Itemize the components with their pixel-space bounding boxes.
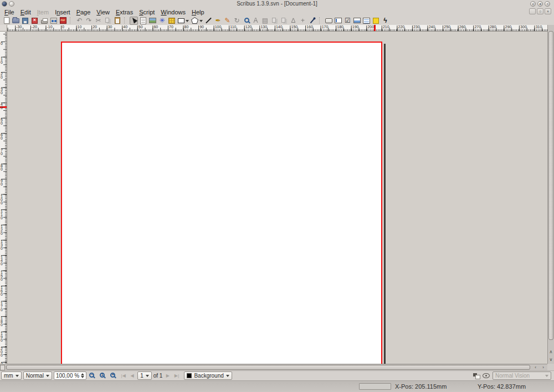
pdf-check-box-icon: ☑ xyxy=(343,17,352,25)
vision-selector: Normal Vision xyxy=(493,372,551,380)
chevron-down-icon[interactable] xyxy=(199,20,203,24)
link-text-frames-icon xyxy=(270,17,279,25)
insert-line-icon xyxy=(206,18,212,24)
preview-eye-icon[interactable] xyxy=(483,373,490,378)
scrollbar-corner xyxy=(547,364,554,370)
insert-render-frame-icon[interactable]: ✳ xyxy=(158,17,166,25)
insert-polygon-icon[interactable] xyxy=(191,17,199,25)
menu-insert[interactable]: Insert xyxy=(53,9,75,16)
menu-view[interactable]: View xyxy=(95,9,114,16)
insert-table-icon xyxy=(168,18,175,24)
statusbar-right-group: Normal Vision xyxy=(473,372,553,380)
mdi-minimize-icon[interactable] xyxy=(529,8,536,14)
horizontal-scrollbar[interactable]: ‹ › xyxy=(0,364,547,370)
zoom-level-input[interactable]: 100,00 % xyxy=(54,372,86,380)
ruler-label: 2 0 xyxy=(1,73,3,79)
eye-dropper-icon xyxy=(310,18,315,23)
layer-selector[interactable]: Background xyxy=(184,372,232,380)
menu-windows[interactable]: Windows xyxy=(159,9,190,16)
ruler-label: 140 xyxy=(276,25,283,29)
close-document-icon[interactable] xyxy=(30,17,39,25)
menu-extras[interactable]: Extras xyxy=(114,9,137,16)
horizontal-ruler[interactable]: -30-20-100102030405060708090100110120130… xyxy=(7,25,547,32)
redo-icon: ↷ xyxy=(85,17,93,25)
open-document-icon[interactable] xyxy=(12,17,20,25)
pdf-text-annotation-icon[interactable] xyxy=(372,17,380,25)
horizontal-scrollbar-thumb[interactable] xyxy=(6,365,530,370)
toolbar-separator xyxy=(319,17,322,24)
paste-icon[interactable] xyxy=(113,17,121,25)
unit-value: mm xyxy=(4,373,13,379)
zoom-100-button[interactable]: 1 xyxy=(99,372,107,380)
unit-selector[interactable]: mm xyxy=(1,372,22,380)
layer-indicator-icon[interactable] xyxy=(473,373,480,379)
ruler-label: 5 0 xyxy=(1,118,3,125)
pdf-text-field-icon[interactable] xyxy=(334,17,342,25)
pdf-check-box-icon[interactable]: ☑ xyxy=(343,17,352,25)
pdf-link-annotation-icon: ϟ xyxy=(381,17,389,25)
scroll-left-icon[interactable]: ‹ xyxy=(532,364,539,370)
insert-text-frame-icon[interactable] xyxy=(139,17,147,25)
scroll-down-icon[interactable]: ∨ xyxy=(548,355,554,363)
ruler-label: 10 xyxy=(78,25,82,29)
zoom-out-button[interactable]: − xyxy=(88,372,97,380)
select-item-icon[interactable] xyxy=(130,17,138,25)
menu-page[interactable]: Page xyxy=(75,9,95,16)
ruler-label: 80 xyxy=(184,25,189,29)
scroll-right-icon[interactable]: › xyxy=(540,364,547,370)
zoom-in-button[interactable]: + xyxy=(109,372,118,380)
insert-line-icon[interactable] xyxy=(204,17,213,25)
zoom-tool-icon[interactable] xyxy=(242,17,250,25)
toolbar: ↶↷✂✳✒✎↻A▤∆+☑ϟ xyxy=(0,16,554,25)
quality-value: Normal xyxy=(26,373,44,379)
quality-selector[interactable]: Normal xyxy=(23,372,52,380)
pdf-link-annotation-icon[interactable]: ϟ xyxy=(381,17,389,25)
ruler-label: 190 xyxy=(352,25,359,29)
insert-table-icon[interactable] xyxy=(167,17,176,25)
insert-freehand-line-icon[interactable]: ✎ xyxy=(223,17,232,25)
maximize-window-icon[interactable]: ● xyxy=(537,1,543,7)
spinner-arrows-icon[interactable] xyxy=(81,372,84,380)
ruler-label: 270 xyxy=(474,25,481,29)
ruler-label: 160 xyxy=(306,25,313,29)
shade-window-icon[interactable]: ∨ xyxy=(530,1,536,7)
menu-edit[interactable]: Edit xyxy=(19,9,35,16)
vertical-ruler[interactable]: 01 02 03 04 05 06 07 08 09 01 0 01 1 01 … xyxy=(0,32,7,364)
scroll-up-icon[interactable]: ∧ xyxy=(548,348,554,355)
status-bar: mm Normal 100,00 % − 1 + |◀ ◀ 1 of 1 ▶ ▶… xyxy=(0,370,554,380)
ruler-label: 1 3 0 xyxy=(1,240,3,250)
save-as-pdf-icon[interactable] xyxy=(59,17,67,25)
ruler-label: 7 0 xyxy=(1,149,3,156)
eye-dropper-icon[interactable] xyxy=(308,17,316,25)
save-document-icon[interactable] xyxy=(21,17,29,25)
chevron-down-icon[interactable] xyxy=(186,20,189,24)
mdi-restore-icon[interactable]: ○ xyxy=(537,8,543,14)
ruler-label: 8 0 xyxy=(1,164,3,171)
vertical-scrollbar-thumb[interactable] xyxy=(548,31,553,340)
mdi-close-icon[interactable]: × xyxy=(545,8,551,14)
print-document-icon[interactable] xyxy=(40,17,48,25)
new-document-icon[interactable] xyxy=(2,17,11,25)
cut-icon: ✂ xyxy=(94,17,102,25)
preflight-verifier-icon[interactable] xyxy=(49,17,58,25)
pdf-push-button-icon[interactable] xyxy=(325,17,333,25)
page-number-selector[interactable]: 1 xyxy=(137,372,152,380)
print-document-icon xyxy=(41,20,48,24)
insert-bezier-curve-icon[interactable]: ✒ xyxy=(214,17,222,25)
window-title: Scribus 1.3.9.svn - [Document-1] xyxy=(0,1,554,7)
pdf-combo-box-icon[interactable] xyxy=(353,17,361,25)
ruler-label: 110 xyxy=(230,25,236,29)
zoom-value: 100,00 % xyxy=(56,373,79,379)
document-page[interactable] xyxy=(61,42,382,364)
menu-help[interactable]: Help xyxy=(190,9,209,16)
copy-item-properties-icon: + xyxy=(299,17,307,25)
insert-image-frame-icon[interactable] xyxy=(148,17,157,25)
vertical-scrollbar[interactable]: ∧ ∨ xyxy=(547,25,554,364)
menu-script[interactable]: Script xyxy=(137,9,159,16)
menu-file[interactable]: File xyxy=(3,9,19,16)
document-canvas[interactable] xyxy=(7,32,547,364)
insert-shape-icon[interactable] xyxy=(177,17,185,25)
close-window-icon[interactable]: × xyxy=(545,1,550,7)
chevron-down-icon xyxy=(46,375,49,379)
pdf-list-box-icon[interactable] xyxy=(362,17,371,25)
